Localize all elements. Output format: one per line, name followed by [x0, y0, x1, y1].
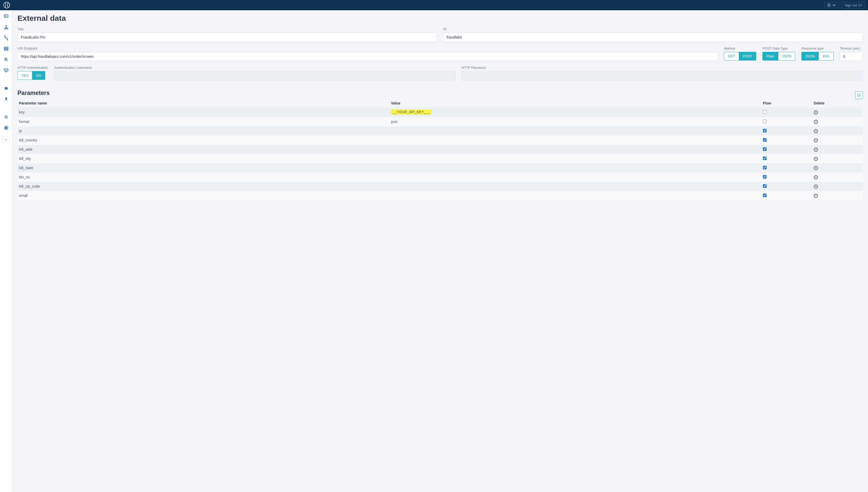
nav-virus-icon[interactable]	[3, 114, 9, 120]
param-name-cell[interactable]: ip	[18, 126, 390, 136]
delete-icon[interactable]: ✕	[814, 148, 818, 152]
flow-checkbox[interactable]	[763, 194, 767, 197]
nav-search-gear-icon[interactable]	[3, 56, 9, 63]
nav-branch-icon[interactable]	[3, 35, 9, 41]
param-value-cell[interactable]	[390, 145, 761, 154]
delete-icon[interactable]: ✕	[814, 175, 818, 179]
add-parameter-button[interactable]	[855, 91, 863, 99]
param-delete-cell: ✕	[812, 191, 863, 200]
param-name-cell[interactable]: bill_zip_code	[18, 182, 390, 191]
svg-point-6	[4, 28, 5, 29]
param-flow-cell	[761, 145, 812, 154]
uri-input[interactable]	[18, 52, 718, 61]
method-get-button[interactable]: GET	[724, 52, 739, 60]
param-delete-cell: ✕	[812, 136, 863, 145]
signout-icon	[859, 3, 862, 7]
param-value-cell[interactable]	[390, 172, 761, 182]
svg-point-14	[4, 58, 7, 60]
param-flow-cell	[761, 163, 812, 172]
param-value-cell[interactable]	[390, 182, 761, 191]
param-name-cell[interactable]: key	[18, 107, 390, 117]
param-value-cell[interactable]	[390, 154, 761, 163]
postdata-json-button[interactable]: JSON	[778, 52, 795, 60]
response-json-button[interactable]: JSON	[801, 52, 819, 60]
svg-point-18	[7, 89, 7, 89]
param-name-cell[interactable]: email	[18, 191, 390, 200]
param-value-cell[interactable]: json	[390, 117, 761, 126]
method-toggle: GET POST	[724, 52, 756, 60]
param-value-cell[interactable]	[390, 136, 761, 145]
method-label: Method	[724, 46, 756, 50]
title-label: Title	[18, 27, 437, 31]
httpauth-yes-button[interactable]: YES	[18, 71, 32, 80]
uri-label: URI Endpoint	[18, 46, 718, 50]
table-row: bill_zip_code✕	[18, 182, 863, 191]
flow-checkbox[interactable]	[763, 184, 767, 188]
chevron-down-icon	[832, 3, 836, 7]
httpauth-no-button[interactable]: NO	[32, 71, 45, 80]
nav-car-icon[interactable]	[3, 85, 9, 91]
delete-icon[interactable]: ✕	[814, 129, 818, 133]
nav-dashboard-icon[interactable]	[3, 13, 9, 20]
flow-checkbox[interactable]	[763, 175, 767, 179]
httpauth-toggle: YES NO	[18, 71, 48, 80]
param-name-cell[interactable]: bill_city	[18, 154, 390, 163]
settings-button[interactable]	[824, 2, 839, 8]
parameters-table: Parameter name Value Flow Delete key__YO…	[18, 99, 863, 200]
flow-checkbox[interactable]	[763, 120, 767, 123]
main-content: External data Title ID URI Endpoint Meth…	[12, 10, 868, 492]
param-value-cell[interactable]	[390, 126, 761, 136]
delete-icon[interactable]: ✕	[814, 157, 818, 161]
nav-database-icon[interactable]	[3, 46, 9, 52]
param-value-cell[interactable]	[390, 191, 761, 200]
param-delete-cell: ✕	[812, 107, 863, 117]
timeout-input[interactable]	[840, 52, 863, 61]
svg-point-8	[7, 28, 8, 29]
postdata-label: POST Data Type	[763, 46, 795, 50]
nav-rocket-icon[interactable]	[3, 96, 9, 102]
svg-rect-11	[4, 47, 8, 48]
param-name-cell[interactable]: bill_addr	[18, 145, 390, 154]
id-label: ID	[443, 27, 863, 31]
delete-icon[interactable]: ✕	[814, 120, 818, 124]
param-name-cell[interactable]: bin_no	[18, 172, 390, 182]
signout-button[interactable]: Sign out	[842, 2, 865, 8]
flow-checkbox[interactable]	[763, 147, 767, 151]
response-label: Response type	[801, 46, 834, 50]
delete-icon[interactable]: ✕	[814, 138, 818, 143]
id-input[interactable]	[443, 32, 863, 42]
postdata-plain-button[interactable]: Plain	[763, 52, 778, 60]
authuser-label: Authentication Username	[54, 66, 455, 70]
nav-network-icon[interactable]	[3, 24, 9, 30]
param-flow-cell	[761, 172, 812, 182]
delete-icon[interactable]: ✕	[814, 110, 818, 115]
table-row: bill_state✕	[18, 163, 863, 172]
param-name-cell[interactable]: format	[18, 117, 390, 126]
nav-monitor-icon[interactable]	[3, 67, 9, 73]
param-flow-cell	[761, 136, 812, 145]
flow-checkbox[interactable]	[763, 166, 767, 169]
param-flow-cell	[761, 182, 812, 191]
delete-icon[interactable]: ✕	[814, 166, 818, 170]
param-name-cell[interactable]: bill_country	[18, 136, 390, 145]
flow-checkbox[interactable]	[763, 156, 767, 160]
nav-atom-icon[interactable]	[3, 125, 9, 131]
method-post-button[interactable]: POST	[739, 52, 756, 60]
flow-checkbox[interactable]	[763, 110, 767, 114]
delete-icon[interactable]: ✕	[814, 184, 818, 189]
flow-checkbox[interactable]	[763, 129, 767, 132]
param-value-cell[interactable]	[390, 163, 761, 172]
param-value-cell[interactable]: __YOUR_API_KEY___	[390, 107, 761, 117]
param-flow-cell	[761, 107, 812, 117]
postdata-toggle: Plain JSON	[763, 52, 795, 60]
response-xml-button[interactable]: XML	[819, 52, 834, 60]
title-input[interactable]	[18, 32, 437, 42]
param-delete-cell: ✕	[812, 126, 863, 136]
topbar: Sign out	[0, 0, 868, 10]
param-name-cell[interactable]: bill_state	[18, 163, 390, 172]
table-row: formatjson✕	[18, 117, 863, 126]
param-delete-cell: ✕	[812, 172, 863, 182]
sidebar-expand-button[interactable]: »	[3, 137, 10, 143]
delete-icon[interactable]: ✕	[814, 194, 818, 198]
flow-checkbox[interactable]	[763, 138, 767, 142]
